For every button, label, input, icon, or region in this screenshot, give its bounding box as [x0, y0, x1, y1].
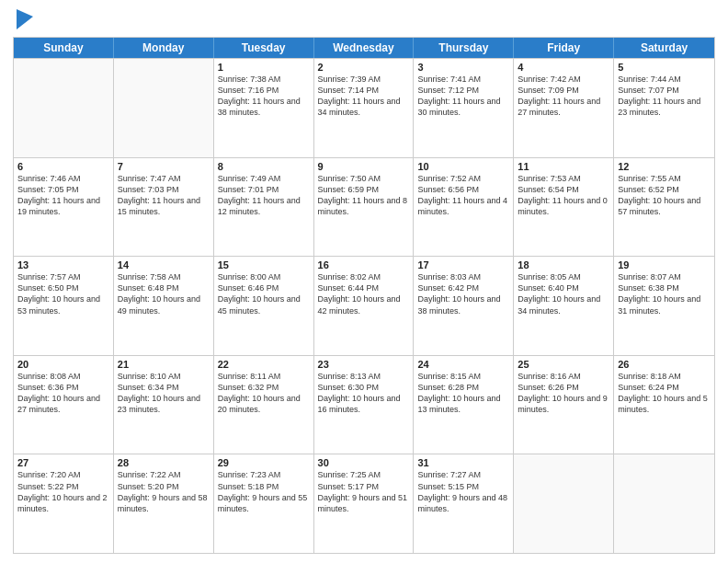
day-number: 16	[318, 259, 410, 270]
day-number: 4	[518, 62, 609, 73]
header-day-wednesday: Wednesday	[314, 38, 415, 58]
day-number: 22	[218, 359, 310, 370]
day-info: Sunrise: 8:11 AM Sunset: 6:32 PM Dayligh…	[218, 371, 310, 416]
day-info: Sunrise: 7:52 AM Sunset: 6:56 PM Dayligh…	[417, 173, 509, 218]
header-day-tuesday: Tuesday	[214, 38, 314, 58]
day-info: Sunrise: 8:05 AM Sunset: 6:40 PM Dayligh…	[518, 271, 609, 316]
day-number: 12	[618, 161, 711, 172]
day-number: 6	[17, 161, 109, 172]
calendar-cell: 26Sunrise: 8:18 AM Sunset: 6:24 PM Dayli…	[614, 356, 714, 454]
day-number: 5	[618, 62, 711, 73]
day-info: Sunrise: 8:03 AM Sunset: 6:42 PM Dayligh…	[417, 271, 509, 316]
calendar-cell: 12Sunrise: 7:55 AM Sunset: 6:52 PM Dayli…	[614, 158, 714, 257]
calendar-row-4: 27Sunrise: 7:20 AM Sunset: 5:22 PM Dayli…	[14, 454, 714, 553]
day-number: 14	[118, 259, 210, 270]
day-number: 8	[218, 161, 310, 172]
calendar-body: 1Sunrise: 7:38 AM Sunset: 7:16 PM Daylig…	[14, 58, 714, 553]
calendar-cell: 5Sunrise: 7:44 AM Sunset: 7:07 PM Daylig…	[614, 59, 714, 157]
calendar-cell: 27Sunrise: 7:20 AM Sunset: 5:22 PM Dayli…	[14, 454, 114, 553]
calendar-cell: 22Sunrise: 8:11 AM Sunset: 6:32 PM Dayli…	[214, 356, 314, 454]
logo	[13, 9, 33, 29]
day-info: Sunrise: 7:38 AM Sunset: 7:16 PM Dayligh…	[218, 74, 310, 119]
day-number: 10	[417, 161, 509, 172]
day-number: 2	[318, 62, 410, 73]
day-number: 26	[618, 359, 711, 370]
day-number: 30	[318, 457, 410, 468]
calendar-row-1: 6Sunrise: 7:46 AM Sunset: 7:05 PM Daylig…	[14, 157, 714, 257]
calendar-cell: 20Sunrise: 8:08 AM Sunset: 6:36 PM Dayli…	[14, 356, 114, 454]
day-info: Sunrise: 7:25 AM Sunset: 5:17 PM Dayligh…	[318, 469, 410, 514]
day-info: Sunrise: 7:57 AM Sunset: 6:50 PM Dayligh…	[17, 271, 109, 316]
calendar-cell: 15Sunrise: 8:00 AM Sunset: 6:46 PM Dayli…	[214, 257, 314, 355]
day-number: 27	[17, 457, 109, 468]
calendar-cell: 14Sunrise: 7:58 AM Sunset: 6:48 PM Dayli…	[114, 257, 214, 355]
day-number: 1	[218, 62, 310, 73]
header-day-friday: Friday	[514, 38, 614, 58]
calendar-cell: 18Sunrise: 8:05 AM Sunset: 6:40 PM Dayli…	[514, 257, 614, 355]
day-number: 15	[218, 259, 310, 270]
day-info: Sunrise: 7:50 AM Sunset: 6:59 PM Dayligh…	[318, 173, 410, 218]
calendar-row-0: 1Sunrise: 7:38 AM Sunset: 7:16 PM Daylig…	[14, 58, 714, 157]
day-number: 21	[118, 359, 210, 370]
calendar-cell: 1Sunrise: 7:38 AM Sunset: 7:16 PM Daylig…	[214, 59, 314, 157]
calendar-cell: 13Sunrise: 7:57 AM Sunset: 6:50 PM Dayli…	[14, 257, 114, 355]
day-info: Sunrise: 8:18 AM Sunset: 6:24 PM Dayligh…	[618, 371, 711, 416]
day-info: Sunrise: 7:39 AM Sunset: 7:14 PM Dayligh…	[318, 74, 410, 119]
day-info: Sunrise: 7:49 AM Sunset: 7:01 PM Dayligh…	[218, 173, 310, 218]
day-info: Sunrise: 8:10 AM Sunset: 6:34 PM Dayligh…	[118, 371, 210, 416]
calendar-cell	[514, 454, 614, 553]
day-number: 7	[118, 161, 210, 172]
calendar-cell: 2Sunrise: 7:39 AM Sunset: 7:14 PM Daylig…	[314, 59, 415, 157]
calendar-cell: 4Sunrise: 7:42 AM Sunset: 7:09 PM Daylig…	[514, 59, 614, 157]
day-info: Sunrise: 8:02 AM Sunset: 6:44 PM Dayligh…	[318, 271, 410, 316]
day-number: 20	[17, 359, 109, 370]
day-number: 29	[218, 457, 310, 468]
header	[13, 9, 715, 29]
calendar-cell: 6Sunrise: 7:46 AM Sunset: 7:05 PM Daylig…	[14, 158, 114, 257]
calendar-header: SundayMondayTuesdayWednesdayThursdayFrid…	[14, 38, 714, 58]
day-info: Sunrise: 7:41 AM Sunset: 7:12 PM Dayligh…	[417, 74, 509, 119]
day-info: Sunrise: 8:08 AM Sunset: 6:36 PM Dayligh…	[17, 371, 109, 416]
calendar-row-2: 13Sunrise: 7:57 AM Sunset: 6:50 PM Dayli…	[14, 256, 714, 355]
header-day-saturday: Saturday	[614, 38, 714, 58]
calendar-cell	[114, 59, 214, 157]
calendar-cell: 21Sunrise: 8:10 AM Sunset: 6:34 PM Dayli…	[114, 356, 214, 454]
day-info: Sunrise: 8:15 AM Sunset: 6:28 PM Dayligh…	[417, 371, 509, 416]
calendar-cell: 28Sunrise: 7:22 AM Sunset: 5:20 PM Dayli…	[114, 454, 214, 553]
day-info: Sunrise: 8:13 AM Sunset: 6:30 PM Dayligh…	[318, 371, 410, 416]
day-info: Sunrise: 7:53 AM Sunset: 6:54 PM Dayligh…	[518, 173, 609, 218]
day-number: 28	[118, 457, 210, 468]
day-info: Sunrise: 8:16 AM Sunset: 6:26 PM Dayligh…	[518, 371, 609, 416]
day-number: 23	[318, 359, 410, 370]
day-info: Sunrise: 7:27 AM Sunset: 5:15 PM Dayligh…	[417, 469, 509, 514]
day-info: Sunrise: 7:46 AM Sunset: 7:05 PM Dayligh…	[17, 173, 109, 218]
logo-icon	[17, 9, 33, 29]
day-number: 31	[417, 457, 509, 468]
day-number: 24	[417, 359, 509, 370]
calendar-cell: 25Sunrise: 8:16 AM Sunset: 6:26 PM Dayli…	[514, 356, 614, 454]
day-info: Sunrise: 8:00 AM Sunset: 6:46 PM Dayligh…	[218, 271, 310, 316]
header-day-monday: Monday	[114, 38, 214, 58]
page: SundayMondayTuesdayWednesdayThursdayFrid…	[0, 0, 728, 563]
calendar-cell: 23Sunrise: 8:13 AM Sunset: 6:30 PM Dayli…	[314, 356, 415, 454]
calendar-cell: 31Sunrise: 7:27 AM Sunset: 5:15 PM Dayli…	[414, 454, 514, 553]
day-number: 19	[618, 259, 711, 270]
calendar-cell: 29Sunrise: 7:23 AM Sunset: 5:18 PM Dayli…	[214, 454, 314, 553]
header-day-thursday: Thursday	[414, 38, 514, 58]
day-number: 11	[518, 161, 609, 172]
calendar: SundayMondayTuesdayWednesdayThursdayFrid…	[13, 37, 715, 554]
day-info: Sunrise: 8:07 AM Sunset: 6:38 PM Dayligh…	[618, 271, 711, 316]
day-number: 25	[518, 359, 609, 370]
calendar-cell: 16Sunrise: 8:02 AM Sunset: 6:44 PM Dayli…	[314, 257, 415, 355]
day-number: 9	[318, 161, 410, 172]
calendar-cell: 9Sunrise: 7:50 AM Sunset: 6:59 PM Daylig…	[314, 158, 415, 257]
calendar-cell: 19Sunrise: 8:07 AM Sunset: 6:38 PM Dayli…	[614, 257, 714, 355]
calendar-row-3: 20Sunrise: 8:08 AM Sunset: 6:36 PM Dayli…	[14, 355, 714, 454]
day-info: Sunrise: 7:23 AM Sunset: 5:18 PM Dayligh…	[218, 469, 310, 514]
calendar-cell: 30Sunrise: 7:25 AM Sunset: 5:17 PM Dayli…	[314, 454, 415, 553]
calendar-cell: 7Sunrise: 7:47 AM Sunset: 7:03 PM Daylig…	[114, 158, 214, 257]
day-info: Sunrise: 7:42 AM Sunset: 7:09 PM Dayligh…	[518, 74, 609, 119]
day-info: Sunrise: 7:47 AM Sunset: 7:03 PM Dayligh…	[118, 173, 210, 218]
day-info: Sunrise: 7:22 AM Sunset: 5:20 PM Dayligh…	[118, 469, 210, 514]
day-number: 17	[417, 259, 509, 270]
